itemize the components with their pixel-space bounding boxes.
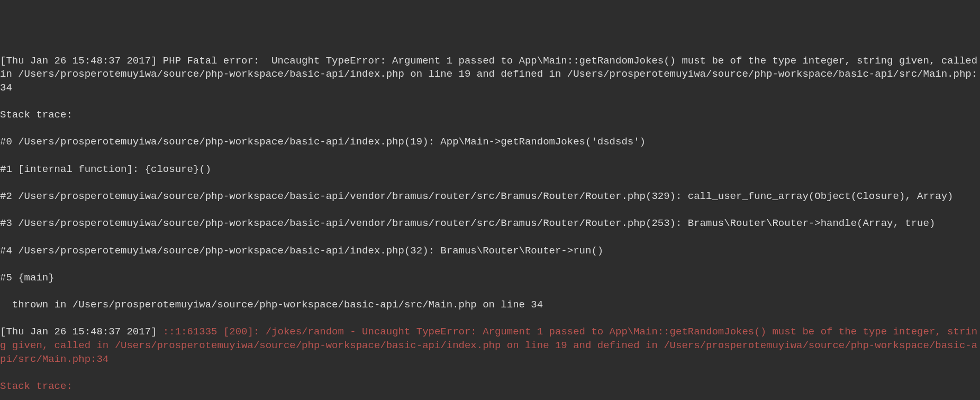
timestamp: [Thu Jan 26 15:48:37 2017] [0, 326, 163, 338]
terminal-line: Stack trace: [0, 108, 980, 122]
terminal-line: #0 /Users/prosperotemuyiwa/source/php-wo… [0, 135, 980, 149]
terminal-line: [Thu Jan 26 15:48:37 2017] PHP Fatal err… [0, 54, 980, 95]
terminal-request-line: [Thu Jan 26 15:48:37 2017] ::1:61335 [20… [0, 325, 980, 366]
terminal-error-line: Stack trace: [0, 380, 980, 394]
terminal-line: #1 [internal function]: {closure}() [0, 163, 980, 177]
terminal-line: thrown in /Users/prosperotemuyiwa/source… [0, 298, 980, 312]
terminal-line: #3 /Users/prosperotemuyiwa/source/php-wo… [0, 217, 980, 231]
terminal-line: #5 {main} [0, 271, 980, 285]
terminal-output[interactable]: [Thu Jan 26 15:48:37 2017] PHP Fatal err… [0, 54, 980, 400]
terminal-line: #2 /Users/prosperotemuyiwa/source/php-wo… [0, 190, 980, 204]
terminal-line: #4 /Users/prosperotemuyiwa/source/php-wo… [0, 244, 980, 258]
